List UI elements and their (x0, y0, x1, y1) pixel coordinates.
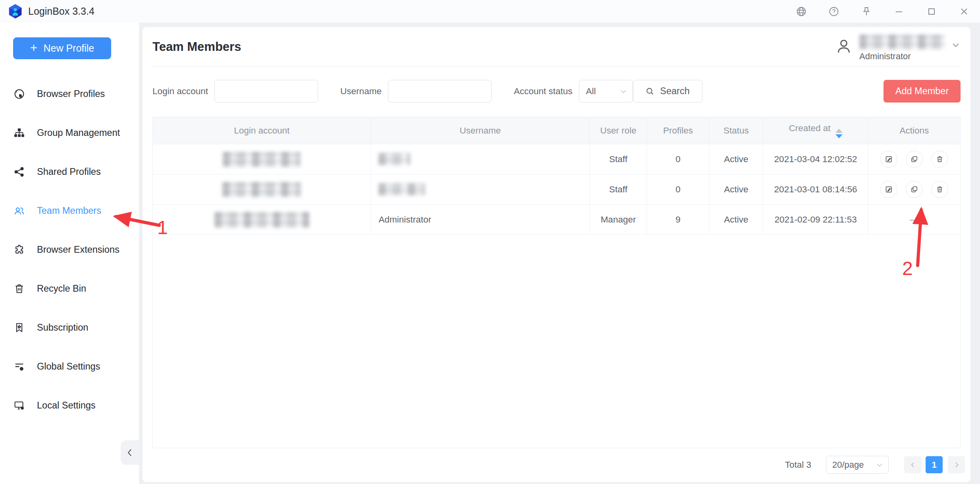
new-profile-button[interactable]: + New Profile (13, 37, 111, 59)
org-chart-icon (14, 127, 25, 139)
filter-bar: Login account Username Account status Al… (152, 80, 961, 103)
pagination: Total 3 20/page 1 (785, 456, 965, 474)
chevron-left-icon (128, 449, 131, 456)
edit-icon (885, 185, 893, 194)
cell-user-role: Staff (590, 174, 647, 205)
add-member-button[interactable]: Add Member (884, 80, 961, 103)
page-size-select[interactable]: 20/page (826, 456, 889, 474)
cell-username: Administrator (371, 205, 590, 235)
sidebar-item-label: Global Settings (37, 361, 100, 372)
globe-icon (14, 88, 25, 100)
puzzle-icon (14, 244, 25, 256)
sidebar-menu: Browser Profiles Group Management (0, 74, 139, 425)
members-table: Login account Username User role Profile… (152, 117, 961, 448)
delete-button[interactable] (931, 181, 948, 198)
cell-profiles: 9 (647, 205, 709, 235)
cell-status: Active (709, 174, 763, 205)
help-icon[interactable] (828, 6, 839, 17)
search-icon (645, 87, 655, 96)
plus-icon: + (30, 41, 38, 54)
col-header-user-role: User role (590, 117, 647, 144)
minimize-icon[interactable] (893, 6, 905, 17)
table-row: Staff 0 Active 2021-03-04 12:02:52 (153, 144, 960, 174)
col-header-profiles: Profiles (647, 117, 709, 144)
sidebar-item-recycle-bin[interactable]: Recycle Bin (0, 269, 139, 308)
sidebar-item-label: Browser Profiles (37, 89, 105, 99)
sidebar-item-label: Recycle Bin (37, 283, 86, 294)
team-icon (14, 205, 25, 217)
copy-icon (910, 185, 918, 194)
close-icon[interactable] (959, 6, 970, 17)
cell-status: Active (709, 205, 763, 235)
sidebar-item-group-management[interactable]: Group Management (0, 113, 139, 152)
chevron-down-icon (951, 40, 961, 50)
col-header-login-account: Login account (153, 117, 371, 144)
total-count: Total 3 (785, 460, 811, 470)
username-redacted (378, 153, 410, 165)
sidebar-item-global-settings[interactable]: Global Settings (0, 347, 139, 386)
cell-created-at: 2021-03-04 12:02:52 (763, 144, 868, 174)
copy-button[interactable] (906, 151, 923, 168)
col-header-created-at-sort[interactable]: Created at (763, 117, 868, 144)
sidebar-item-label: Shared Profiles (37, 166, 101, 177)
account-status-label: Account status (514, 86, 573, 97)
sidebar-item-browser-profiles[interactable]: Browser Profiles (0, 74, 139, 113)
cell-user-role: Manager (590, 205, 647, 235)
login-account-redacted (214, 212, 309, 228)
account-name-redacted (859, 35, 945, 49)
table-row: Staff 0 Active 2021-03-01 08:14:56 (153, 174, 960, 205)
login-account-label: Login account (152, 86, 208, 97)
share-icon (14, 166, 25, 178)
account-role: Administrator (859, 51, 945, 62)
table-row: Administrator Manager 9 Active 2021-02-0… (153, 205, 960, 235)
edit-icon (885, 155, 893, 163)
username-label: Username (340, 86, 382, 97)
sidebar-item-label: Subscription (37, 322, 88, 333)
sidebar-item-browser-extensions[interactable]: Browser Extensions (0, 230, 139, 269)
copy-button[interactable] (906, 181, 923, 198)
account-menu[interactable]: Administrator (835, 32, 961, 62)
prev-page-button[interactable] (904, 456, 921, 473)
sidebar-item-label: Browser Extensions (37, 244, 120, 255)
cell-profiles: 0 (647, 144, 709, 174)
cell-status: Active (709, 144, 763, 174)
delete-button[interactable] (931, 151, 948, 168)
next-page-button[interactable] (948, 456, 965, 473)
col-header-status: Status (709, 117, 763, 144)
search-button[interactable]: Search (633, 80, 702, 103)
username-redacted (378, 183, 425, 196)
sidebar-item-subscription[interactable]: Subscription (0, 308, 139, 347)
pin-icon[interactable] (861, 6, 872, 17)
copy-icon (910, 155, 918, 163)
trash-icon (936, 155, 944, 163)
settings-lines-gear-icon (14, 361, 25, 372)
user-avatar-icon (835, 37, 853, 55)
sidebar-item-label: Local Settings (37, 400, 96, 411)
page-number-button[interactable]: 1 (926, 456, 943, 473)
sidebar-collapse-toggle[interactable] (121, 440, 139, 465)
cell-profiles: 0 (647, 174, 709, 205)
chevron-down-icon (619, 87, 627, 95)
username-input[interactable] (388, 80, 492, 103)
cell-created-at: 2021-03-01 08:14:56 (763, 174, 868, 205)
trash-icon (14, 283, 25, 294)
window-title: LoginBox 3.3.4 (28, 6, 95, 17)
edit-button[interactable] (880, 151, 897, 168)
page-title: Team Members (152, 40, 241, 54)
no-actions-placeholder: — (910, 215, 919, 225)
sidebar-item-team-members[interactable]: Team Members (0, 191, 139, 230)
main-panel: Team Members Administrator Login account… (143, 27, 970, 482)
app-logo-icon (8, 4, 23, 19)
edit-button[interactable] (880, 181, 897, 198)
sidebar-item-shared-profiles[interactable]: Shared Profiles (0, 152, 139, 191)
account-status-select[interactable]: All (579, 80, 633, 103)
col-header-username: Username (371, 117, 590, 144)
login-account-input[interactable] (214, 80, 318, 103)
sidebar-item-local-settings[interactable]: Local Settings (0, 386, 139, 425)
trash-icon (936, 185, 944, 194)
sort-carets-icon (835, 129, 843, 138)
maximize-icon[interactable] (926, 6, 937, 17)
sidebar-item-label: Team Members (37, 205, 101, 216)
titlebar: LoginBox 3.3.4 (0, 0, 980, 23)
language-globe-icon[interactable] (796, 6, 807, 17)
